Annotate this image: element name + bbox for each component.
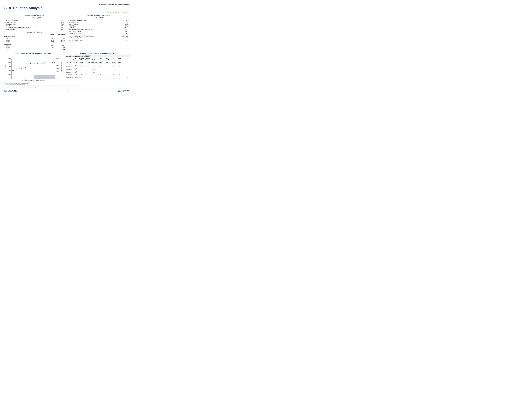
balance-row: Revolver Availability / Total Revolver C… — [68, 35, 129, 37]
sisecam-label: ŞİŞECAM — [122, 90, 129, 92]
idr-cell: $39.6 — [110, 63, 116, 65]
trading-row: Plus: Noncontrolling Interest (Market Va… — [4, 27, 65, 28]
idr-cell: -- — [98, 74, 104, 75]
trading-row: Common Unit Price$21.05 — [4, 21, 65, 23]
balance-value: 8.7 — [116, 21, 129, 23]
dist-label: 2024E — [4, 41, 44, 43]
idr-cell: -- — [116, 71, 123, 74]
balance-value: $150.9 — [116, 27, 129, 29]
svg-text:$25.00: $25.00 — [8, 58, 11, 59]
idr-cell: $0.2 — [104, 63, 110, 65]
trading-row: Total Equity Value$425.2 — [4, 23, 65, 25]
idr-cell: -- — [104, 71, 110, 74]
balance-row: Short-Term Debt8.7 — [68, 21, 129, 23]
idr-pct-value: --% — [126, 77, 129, 78]
balance-row: Net Debt / 2022E EBITDA1.0x — [68, 39, 129, 41]
chart-legend: Distribution per Unit Unit Price — [4, 80, 62, 81]
dist-row: 2024E2.2110.5% — [4, 41, 65, 43]
idr-cell: $0.8 — [116, 63, 123, 65]
idr-row: 50.0%50.0%0.7500----19.8-------- — [66, 74, 129, 75]
price-chart: $-- $5.00 $10.00 $15.00 $20.00 $25.00 $-… — [6, 55, 60, 79]
trading-value: 20.2 — [56, 19, 65, 21]
balance-sheet-section: Balance Sheet and Credit Data As of June… — [68, 14, 129, 50]
balance-row: Long-Term Debt145.6 — [68, 23, 129, 25]
balance-label: Net Debt — [68, 27, 116, 29]
idr-cell: 96.0% — [66, 65, 69, 68]
svg-text:$0.50: $0.50 — [56, 75, 59, 76]
legend-dist-label: Distribution per Unit — [24, 80, 34, 81]
mgmt-header: Management Projections — [4, 31, 65, 33]
idr-cell: $-- 0.5000 — [72, 63, 79, 65]
balance-value: 156.4 — [116, 29, 129, 30]
idr-cell: -- — [116, 68, 123, 71]
idr-col-ann-lps: Total Annual Distribution to LPs — [110, 58, 116, 63]
idr-cell: $0.5000 — [78, 63, 85, 65]
idr-cell: -- — [85, 74, 91, 75]
ev-label: 2024E — [4, 48, 44, 50]
balance-label: Long-Term Debt — [68, 23, 116, 25]
idr-cell: 2.0% — [69, 65, 72, 68]
balance-label: Plus: Noncontrolling Interest (Book Valu… — [68, 29, 116, 30]
distribution-bars — [34, 75, 55, 79]
idr-cell: $9.9 — [98, 63, 104, 65]
public-trading-table: Total Units Outstanding¹20.2Common Unit … — [4, 19, 65, 30]
idr-top-bar: Quarterly Distribution per LP Unit $0.50… — [66, 55, 129, 57]
idr-total-cell: $0.2 — [104, 78, 110, 80]
idr-total-row: $9.9$0.2$39.6$0.8 — [66, 78, 129, 80]
unit-price-line — [12, 62, 55, 71]
col-metric-label: Metric — [44, 34, 54, 35]
idr-cell: -- — [78, 65, 85, 68]
idr-section: General Partner Incentive Distribution R… — [66, 52, 129, 81]
idr-cell: 85.0% — [66, 68, 69, 71]
svg-text:$3.00: $3.00 — [56, 58, 59, 59]
balance-row: Net Debt$150.9 — [68, 27, 129, 29]
svg-text:$10.00: $10.00 — [8, 70, 11, 71]
idr-cell: 2.0% — [69, 63, 72, 65]
public-trading-title: Public Trading Statistics — [4, 14, 65, 16]
balance-label: Total Debt — [68, 25, 116, 27]
idr-cell: -- — [110, 71, 116, 74]
idr-cell: -- — [110, 65, 116, 68]
svg-text:$--: $-- — [56, 78, 57, 79]
idr-pct-value: 2.0% — [126, 75, 129, 77]
idr-cell: 15.0% — [69, 68, 72, 71]
idr-cell: -- — [104, 74, 110, 75]
common-unit-section: Common Unit Price and Distribution Infor… — [4, 52, 62, 81]
balance-label: Plus: Partners' Capital — [68, 30, 116, 32]
trading-value: $21.05 — [56, 21, 65, 23]
public-trading-section: Public Trading Statistics As of October … — [4, 14, 65, 50]
idr-cell: 50.0% — [69, 74, 72, 75]
trading-label: Enterprise Value — [4, 28, 56, 30]
legend-dist-box — [22, 80, 23, 81]
dist-row: 2023E2.4011.4% — [4, 39, 65, 41]
trading-value: $984.6 — [56, 28, 65, 30]
svg-text:$15.00: $15.00 — [8, 66, 11, 67]
balance-label: Cash and Marketable Securities — [68, 19, 116, 21]
idr-cell: -- — [104, 68, 110, 71]
legend-price-line — [36, 80, 39, 81]
ev-row: 2022E$1526.5x — [4, 45, 65, 47]
balance-label: Net Debt / 2022E EBITDA — [68, 39, 116, 41]
dist-row: Current$2.009.5% — [4, 37, 65, 39]
balance-row: Plus: Partners' Capital201.2 — [68, 30, 129, 32]
trading-row: Plus: Net Debt150.9 — [4, 25, 65, 27]
balance-sheet-date: As of June 30, 2022 — [68, 17, 129, 19]
balance-spacer — [68, 34, 129, 35]
subtitle: ( $ in millions, except per unit amounts… — [4, 12, 129, 13]
idr-cell: 0.5000 0.5750 — [72, 65, 79, 68]
ev-label: EV / EBITDA³ — [4, 43, 65, 45]
balance-sheet-table: Cash and Marketable Securities$3.4Short-… — [68, 19, 129, 41]
balance-row: Net Book Capitalization$508.5 — [68, 32, 129, 34]
idr-cell: -- — [104, 65, 110, 68]
page-title: SIRE Situation Analysis — [4, 6, 129, 11]
trading-label: Plus: Noncontrolling Interest (Market Va… — [4, 27, 56, 28]
balance-value: $120 / $225 — [116, 35, 129, 37]
idr-col-pct-lp: % to LP — [66, 58, 69, 63]
idr-cell: 0.7500 — [72, 74, 79, 75]
svg-text:$2.00: $2.00 — [56, 65, 59, 66]
idr-col-to-gp-unit: Quarterly Distribution to GP per LP Unit — [85, 58, 91, 63]
idr-total-cell: $39.6 — [110, 78, 116, 80]
idr-col-pct-gp: % to GP — [69, 58, 72, 63]
ev-metric: $152 — [44, 45, 54, 47]
trading-value: 150.9 — [56, 25, 65, 27]
